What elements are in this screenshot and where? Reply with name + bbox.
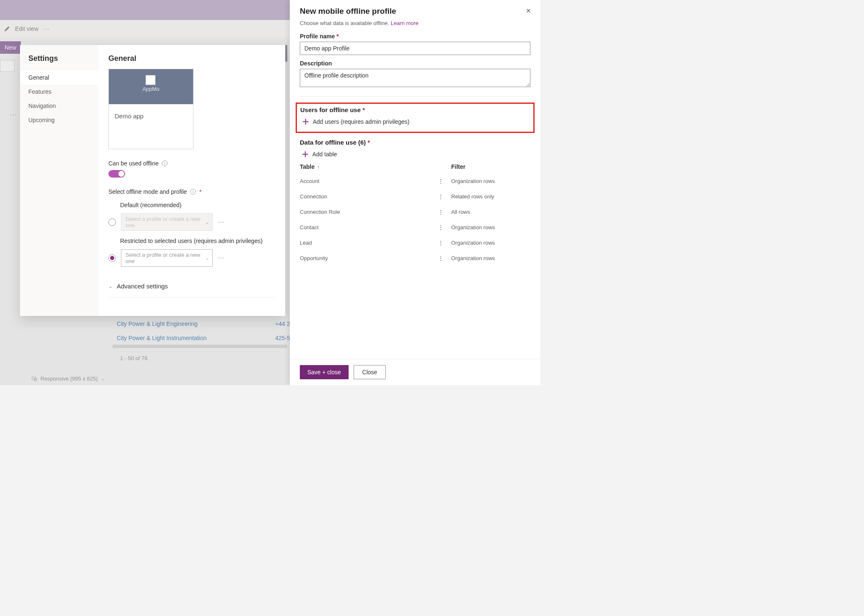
chevron-down-icon: ⌄ bbox=[108, 283, 113, 289]
info-icon[interactable]: i bbox=[162, 160, 168, 166]
chevron-down-icon: ⌄ bbox=[101, 376, 104, 381]
row-table-name: Lead bbox=[300, 240, 430, 246]
column-filter-header[interactable]: Filter bbox=[451, 163, 530, 170]
column-table-header[interactable]: Table ↑ bbox=[300, 163, 430, 170]
offline-profile-flyout: New mobile offline profile ✕ Choose what… bbox=[290, 0, 540, 385]
row-more-icon[interactable]: ⋮ bbox=[430, 196, 451, 198]
app-tile-title: Demo app bbox=[109, 104, 193, 149]
flyout-footer: Save + close Close bbox=[290, 359, 540, 385]
flyout-subtitle: Choose what data is available offline. L… bbox=[290, 20, 540, 31]
settings-modal: Settings General Features Navigation Upc… bbox=[20, 45, 285, 316]
advanced-label: Advanced settings bbox=[117, 283, 168, 290]
more-icon[interactable]: ··· bbox=[218, 218, 224, 226]
account-link[interactable]: City Power & Light Instrumentation bbox=[117, 335, 234, 341]
radio-restricted-label: Restricted to selected users (requires a… bbox=[120, 238, 275, 244]
row-more-icon[interactable]: ⋮ bbox=[430, 211, 451, 213]
close-icon[interactable]: ✕ bbox=[526, 8, 531, 14]
row-table-name: Connection bbox=[300, 193, 430, 200]
table-row[interactable]: City Power & Light Engineering +44 20 bbox=[117, 317, 296, 331]
flyout-header: New mobile offline profile ✕ bbox=[290, 0, 540, 20]
select-label-text: Select offline mode and profile bbox=[108, 188, 187, 195]
add-users-label: Add users (requires admin privileges) bbox=[313, 118, 409, 125]
settings-sidebar: Settings General Features Navigation Upc… bbox=[20, 45, 98, 316]
new-button[interactable]: New bbox=[0, 41, 21, 54]
app-tile[interactable]: AppMo Demo app bbox=[108, 69, 193, 149]
responsive-icon bbox=[32, 376, 37, 381]
radio-default-label: Default (recommended) bbox=[120, 202, 275, 208]
account-link[interactable]: City Power & Light Engineering bbox=[117, 321, 234, 327]
row-table-name: Account bbox=[300, 178, 430, 184]
info-icon[interactable]: i bbox=[190, 189, 196, 195]
pencil-icon bbox=[4, 26, 10, 32]
more-icon[interactable]: ··· bbox=[218, 254, 224, 262]
overflow-dots-icon[interactable]: ··· bbox=[10, 111, 17, 119]
more-dots-icon[interactable]: ··· bbox=[43, 25, 50, 32]
table-row[interactable]: Opportunity⋮Organization rows bbox=[300, 250, 530, 266]
chevron-down-icon: ⌄ bbox=[206, 220, 209, 225]
row-count-label: 1 - 50 of 76 bbox=[120, 355, 148, 361]
profile-select-restricted[interactable]: Select a profile or create a new one ⌄ bbox=[121, 249, 213, 267]
save-close-button[interactable]: Save + close bbox=[300, 365, 349, 379]
row-more-icon[interactable]: ⋮ bbox=[430, 258, 451, 259]
table-row[interactable]: Contact⋮Organization rows bbox=[300, 220, 530, 235]
select-mode-label: Select offline mode and profile i * bbox=[108, 188, 275, 195]
profile-name-input[interactable] bbox=[300, 42, 530, 55]
subtitle-text: Choose what data is available offline. bbox=[300, 20, 389, 26]
profile-select-placeholder: Select a profile or create a new one bbox=[126, 252, 200, 264]
add-users-button[interactable]: Add users (requires admin privileges) bbox=[300, 117, 527, 127]
horizontal-scrollbar[interactable] bbox=[113, 345, 287, 348]
flyout-body: Profile name * Description Offline profi… bbox=[290, 31, 540, 359]
profile-select-placeholder: Select a profile or create a new one bbox=[126, 216, 200, 228]
row-filter: All rows bbox=[451, 209, 530, 215]
radio-default-row[interactable]: Select a profile or create a new one ⌄ ·… bbox=[108, 213, 275, 231]
row-table-name: Contact bbox=[300, 224, 430, 230]
plus-icon bbox=[302, 151, 308, 157]
sidebar-item-upcoming[interactable]: Upcoming bbox=[20, 113, 98, 127]
description-label: Description bbox=[300, 60, 530, 67]
offline-toggle[interactable] bbox=[108, 170, 125, 178]
plus-icon bbox=[303, 119, 309, 125]
add-table-button[interactable]: Add table bbox=[300, 149, 530, 159]
radio-restricted-row[interactable]: Select a profile or create a new one ⌄ ·… bbox=[108, 249, 275, 267]
row-filter: Related rows only bbox=[451, 193, 530, 200]
table-header: Table ↑ Filter bbox=[300, 159, 530, 173]
row-table-name: Connection Role bbox=[300, 209, 430, 215]
responsive-label: Responsive (995 x 825) bbox=[40, 376, 98, 382]
profile-name-label: Profile name * bbox=[300, 33, 530, 40]
row-more-icon[interactable]: ⋮ bbox=[430, 242, 451, 244]
tile-placeholder-text: AppMo bbox=[142, 86, 159, 92]
edit-view-label[interactable]: Edit view bbox=[15, 25, 38, 32]
search-input-partial[interactable] bbox=[0, 60, 15, 72]
close-button[interactable]: Close bbox=[354, 365, 386, 379]
row-more-icon[interactable]: ⋮ bbox=[430, 227, 451, 228]
radio-restricted[interactable] bbox=[108, 254, 116, 262]
advanced-settings-toggle[interactable]: ⌄ Advanced settings bbox=[108, 283, 275, 297]
offline-label-text: Can be used offline bbox=[108, 160, 158, 167]
radio-default[interactable] bbox=[108, 218, 116, 226]
responsive-indicator[interactable]: Responsive (995 x 825) ⌄ bbox=[32, 376, 104, 382]
profile-select-default: Select a profile or create a new one ⌄ bbox=[121, 213, 213, 231]
sort-up-icon: ↑ bbox=[317, 164, 320, 169]
row-more-icon[interactable]: ⋮ bbox=[430, 180, 451, 182]
row-filter: Organization rows bbox=[451, 255, 530, 261]
general-heading: General bbox=[108, 54, 275, 63]
table-row[interactable]: City Power & Light Instrumentation 425-5… bbox=[117, 331, 296, 345]
row-filter: Organization rows bbox=[451, 240, 530, 246]
row-filter: Organization rows bbox=[451, 178, 530, 184]
description-input[interactable]: Offline profile description bbox=[300, 69, 530, 87]
row-table-name: Opportunity bbox=[300, 255, 430, 261]
table-row[interactable]: Connection Role⋮All rows bbox=[300, 204, 530, 220]
table-row[interactable]: Account⋮Organization rows bbox=[300, 173, 530, 189]
app-tile-header: AppMo bbox=[109, 69, 193, 104]
background-account-rows: City Power & Light Engineering +44 20 Ci… bbox=[117, 317, 296, 345]
learn-more-link[interactable]: Learn more bbox=[391, 20, 418, 26]
data-heading: Data for offline use (6) * bbox=[300, 139, 530, 146]
sidebar-item-features[interactable]: Features bbox=[20, 85, 98, 99]
required-asterisk: * bbox=[199, 188, 201, 195]
chevron-down-icon: ⌄ bbox=[206, 256, 209, 260]
table-row[interactable]: Connection⋮Related rows only bbox=[300, 189, 530, 204]
sidebar-item-general[interactable]: General bbox=[20, 70, 98, 85]
table-row[interactable]: Lead⋮Organization rows bbox=[300, 235, 530, 250]
sidebar-item-navigation[interactable]: Navigation bbox=[20, 99, 98, 113]
broken-image-icon bbox=[146, 75, 156, 85]
